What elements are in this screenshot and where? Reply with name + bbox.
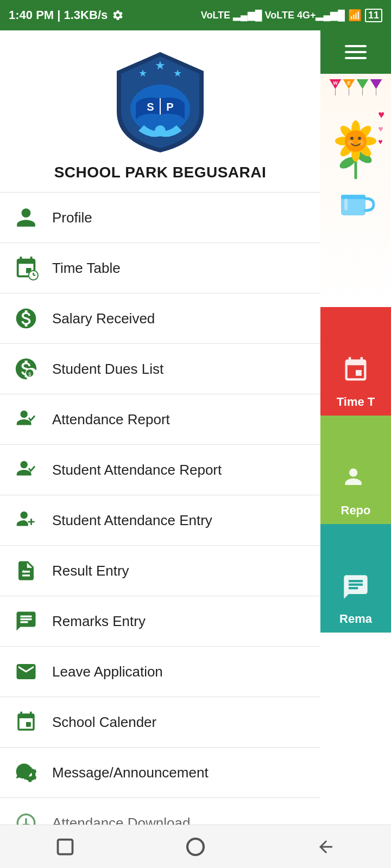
menu-label-student-attendance-report: Student Attendance Report — [52, 462, 222, 478]
menu-item-result-entry[interactable]: A+ Result Entry — [0, 546, 320, 596]
student-attendance-report-icon — [13, 457, 39, 483]
menu-item-leave-application[interactable]: Leave Application — [0, 647, 320, 697]
message-announcement-icon — [13, 760, 39, 786]
timetable-card-label: Time T — [337, 395, 375, 409]
menu-label-profile: Profile — [52, 209, 92, 226]
svg-point-13 — [20, 411, 27, 418]
timetable-card[interactable]: Time T — [320, 307, 391, 416]
report-card-icon — [342, 464, 370, 499]
mug-decoration — [337, 187, 375, 221]
menu-label-timetable: Time Table — [52, 260, 121, 277]
menu-item-dues[interactable]: Student Dues List — [0, 344, 320, 394]
svg-rect-39 — [58, 839, 73, 854]
svg-text:A+: A+ — [22, 570, 27, 573]
svg-rect-37 — [344, 199, 348, 210]
menu-label-result-entry: Result Entry — [52, 563, 129, 579]
svg-point-31 — [350, 137, 354, 140]
menu-item-profile[interactable]: Profile — [0, 193, 320, 243]
svg-point-14 — [20, 461, 27, 468]
status-left: 1:40 PM | 1.3KB/s — [9, 8, 124, 22]
main-area: ★ ★ ★ S P SCHOOL PARK BEGUSA — [0, 30, 391, 868]
menu-label-salary: Salary Received — [52, 310, 155, 327]
settings-icon — [112, 9, 124, 21]
school-calender-icon — [13, 709, 39, 735]
svg-text:★: ★ — [155, 59, 166, 72]
svg-point-40 — [187, 839, 204, 855]
svg-point-38 — [349, 469, 357, 477]
right-panel: W E — [320, 30, 391, 868]
menu-item-salary[interactable]: Salary Received — [0, 293, 320, 344]
dues-icon — [13, 356, 39, 382]
status-bar: 1:40 PM | 1.3KB/s VoLTE ▂▄▆█ VoLTE 4G+▂▄… — [0, 0, 391, 30]
nav-home-button[interactable] — [179, 831, 212, 863]
hamburger-icon — [345, 45, 367, 59]
person-icon — [13, 205, 39, 231]
svg-text:★: ★ — [173, 68, 182, 79]
timetable-card-icon — [342, 356, 370, 391]
wifi-icon: 📶 — [348, 9, 362, 22]
remarks-entry-icon — [13, 608, 39, 634]
school-name: SCHOOL PARK BEGUSARAI — [54, 164, 267, 181]
sidebar: ★ ★ ★ S P SCHOOL PARK BEGUSA — [0, 30, 320, 868]
menu-label-message: Message/Announcement — [52, 764, 209, 781]
time-display: 1:40 PM | 1.3KB/s — [9, 8, 108, 22]
logo-section: ★ ★ ★ S P SCHOOL PARK BEGUSA — [0, 30, 320, 192]
svg-point-15 — [20, 512, 27, 519]
remarks-card[interactable]: Rema — [320, 524, 391, 633]
menu-item-message[interactable]: Message/Announcement — [0, 748, 320, 798]
signal-icons: VoLTE ▂▄▆█ VoLTE 4G+▂▄▆█ — [201, 9, 345, 21]
menu-label-attendance-report: Attendance Report — [52, 411, 170, 428]
school-logo: ★ ★ ★ S P — [111, 47, 209, 155]
attendance-entry-icon — [13, 507, 39, 533]
attendance-report-icon — [13, 406, 39, 432]
bunting-flags: W E — [330, 79, 382, 95]
timetable-icon — [13, 255, 39, 281]
bottom-nav-bar — [0, 825, 391, 868]
menu-item-attendance-report[interactable]: Attendance Report — [0, 394, 320, 445]
menu-label-attendance-entry: Student Attendance Entry — [52, 512, 212, 529]
menu-item-remarks-entry[interactable]: Remarks Entry — [0, 596, 320, 647]
menu-item-school-calender[interactable]: School Calender — [0, 697, 320, 748]
svg-text:P: P — [166, 101, 173, 113]
nav-back-button[interactable] — [310, 831, 342, 863]
hearts-decoration: ♥ ♥ ♥ — [378, 108, 384, 146]
sunflower-decoration: ♥ ♥ ♥ — [331, 103, 380, 181]
report-card[interactable]: Repo — [320, 416, 391, 524]
remarks-card-icon — [342, 573, 370, 608]
menu-item-attendance-entry[interactable]: Student Attendance Entry — [0, 495, 320, 546]
battery-display: 11 — [365, 9, 382, 22]
status-right: VoLTE ▂▄▆█ VoLTE 4G+▂▄▆█ 📶 11 — [201, 9, 382, 22]
svg-text:S: S — [147, 101, 154, 113]
nav-square-button[interactable] — [49, 831, 81, 863]
menu-label-remarks-entry: Remarks Entry — [52, 613, 146, 630]
svg-text:★: ★ — [138, 68, 147, 79]
menu-item-timetable[interactable]: Time Table — [0, 243, 320, 293]
menu-item-student-attendance-report[interactable]: Student Attendance Report — [0, 445, 320, 495]
report-card-label: Repo — [341, 503, 371, 518]
remarks-card-label: Rema — [339, 612, 372, 626]
leave-application-icon — [13, 659, 39, 685]
dollar-icon — [13, 305, 39, 331]
menu-list: Profile Time Table — [0, 193, 320, 848]
result-entry-icon: A+ — [13, 558, 39, 584]
menu-label-school-calender: School Calender — [52, 714, 156, 731]
menu-label-leave-application: Leave Application — [52, 663, 163, 680]
svg-point-32 — [358, 137, 361, 140]
hamburger-menu-button[interactable] — [320, 30, 391, 74]
welcome-image-area: W E — [320, 74, 391, 307]
menu-label-dues: Student Dues List — [52, 361, 163, 378]
svg-rect-36 — [341, 195, 365, 199]
